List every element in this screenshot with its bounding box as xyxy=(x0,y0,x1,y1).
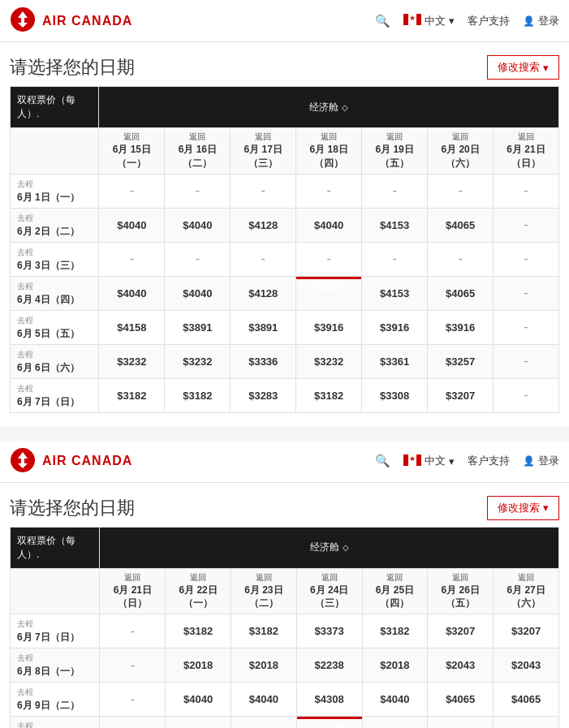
price-cell-r3-c2[interactable]: $4128 xyxy=(231,276,296,310)
price-cell-r3-c5[interactable]: $4065 xyxy=(428,276,494,310)
price-cell-r6-c1[interactable]: $3182 xyxy=(165,378,231,412)
row-header-5: 去程 6月 6日（六） xyxy=(11,344,99,378)
logo-icon[interactable] xyxy=(10,6,36,35)
price-cell-r1-c2[interactable]: $2018 xyxy=(231,648,296,683)
price-cell-r1-c0[interactable]: $4040 xyxy=(99,208,165,242)
support-link[interactable]: 客户支持 xyxy=(468,454,510,468)
price-cell-r1-c1[interactable]: $2018 xyxy=(166,648,231,683)
svg-rect-6 xyxy=(416,14,421,25)
col-header-6: 返回 6月 27日（六） xyxy=(494,568,559,614)
table-header-label: 双程票价（每人）. xyxy=(11,87,99,128)
price-cell-r0-c3[interactable]: $3373 xyxy=(296,614,362,648)
price-cell-r5-c2[interactable]: $3336 xyxy=(231,344,296,378)
search-icon[interactable]: 🔍 xyxy=(375,14,390,28)
price-cell-r4-c4[interactable]: $3916 xyxy=(362,310,428,344)
price-cell-r3-c4[interactable]: $2018 xyxy=(362,717,428,728)
col-header-3: 返回 6月 18日（四） xyxy=(296,128,362,174)
price-cell-r1-c5[interactable]: $2043 xyxy=(428,648,494,683)
col-header-2: 返回 6月 17日（三） xyxy=(231,128,296,174)
price-cell-r4-c6: - xyxy=(494,310,559,344)
price-cell-r3-c0[interactable]: $4040 xyxy=(99,276,165,310)
price-cell-r4-c1[interactable]: $3891 xyxy=(165,310,231,344)
empty-corner xyxy=(11,568,100,614)
page-header: 请选择您的日期 修改搜索 ▾ xyxy=(0,483,569,527)
col-header-5: 返回 6月 26日（五） xyxy=(428,568,494,614)
table-row: 去程 6月 9日（二） -$4040$4040$4308$4040$4065$4… xyxy=(11,683,559,717)
price-cell-r0-c0: - xyxy=(99,174,165,208)
price-table-container: 双程票价（每人）. 经济舱 ◇ 返回 6月 15日（一） 返回 6月 xyxy=(0,86,569,426)
price-cell-r6-c5[interactable]: $3207 xyxy=(428,378,494,412)
price-cell-r0-c6[interactable]: $3207 xyxy=(494,614,559,648)
price-cell-r3-c3[interactable]: $223814天 xyxy=(296,717,362,728)
price-cell-r0-c1: - xyxy=(165,174,231,208)
price-cell-r5-c3[interactable]: $3232 xyxy=(296,344,362,378)
table-header-label: 双程票价（每人）. xyxy=(11,527,100,568)
economy-diamond-icon: ◇ xyxy=(342,103,348,112)
lang-chevron-icon: ▾ xyxy=(449,15,455,27)
price-cell-r3-c4[interactable]: $4153 xyxy=(362,276,428,310)
brand-name: AIR CANADA xyxy=(42,14,132,28)
price-cell-r1-c5[interactable]: $4065 xyxy=(428,208,494,242)
price-cell-r5-c0[interactable]: $3232 xyxy=(99,344,165,378)
price-cell-r3-c1[interactable]: $2018 xyxy=(166,717,231,728)
price-cell-r0-c2: - xyxy=(231,174,296,208)
price-cell-r6-c3[interactable]: $3182 xyxy=(296,378,362,412)
login-link[interactable]: 👤 登录 xyxy=(523,14,559,28)
price-cell-r5-c5[interactable]: $3257 xyxy=(428,344,494,378)
price-cell-r4-c0[interactable]: $4158 xyxy=(99,310,165,344)
price-cell-r2-c3[interactable]: $4308 xyxy=(296,683,362,717)
col-header-1: 返回 6月 22日（一） xyxy=(166,568,231,614)
price-table: 双程票价（每人）. 经济舱 ◇ 返回 6月 21日（日） 返回 6月 xyxy=(10,527,559,728)
header-left: AIR CANADA xyxy=(10,6,132,35)
col-header-row: 返回 6月 15日（一） 返回 6月 16日（二） 返回 6月 17日（三） 返… xyxy=(11,128,559,174)
lang-selector[interactable]: 中文 ▾ xyxy=(403,454,455,468)
price-cell-r1-c4[interactable]: $2018 xyxy=(362,648,428,683)
price-cell-r3-c6[interactable]: $2043 xyxy=(494,717,559,728)
price-cell-r4-c5[interactable]: $3916 xyxy=(428,310,494,344)
price-cell-r4-c2[interactable]: $3891 xyxy=(231,310,296,344)
search-icon[interactable]: 🔍 xyxy=(375,454,390,468)
modify-search-button[interactable]: 修改搜索 ▾ xyxy=(487,55,559,80)
lang-selector[interactable]: 中文 ▾ xyxy=(403,14,455,28)
price-cell-r6-c0[interactable]: $3182 xyxy=(99,378,165,412)
login-link[interactable]: 👤 登录 xyxy=(523,454,559,468)
price-cell-r2-c1[interactable]: $4040 xyxy=(166,683,231,717)
price-cell-r2-c6[interactable]: $4065 xyxy=(494,683,559,717)
lang-label: 中文 xyxy=(425,14,446,28)
page-title: 请选择您的日期 xyxy=(10,55,135,80)
price-cell-r4-c3[interactable]: $3916 xyxy=(296,310,362,344)
price-cell-r1-c4[interactable]: $4153 xyxy=(362,208,428,242)
col-header-4: 返回 6月 25日（四） xyxy=(362,568,428,614)
price-cell-r1-c2[interactable]: $4128 xyxy=(231,208,296,242)
price-cell-r3-c3[interactable]: $404014天 xyxy=(296,276,362,310)
page-title: 请选择您的日期 xyxy=(10,496,135,520)
lang-chevron-icon: ▾ xyxy=(449,455,455,467)
header-right: 🔍 中文 ▾ 客户支持 👤 登录 xyxy=(375,14,559,28)
price-cell-r5-c4[interactable]: $3361 xyxy=(362,344,428,378)
price-cell-r0-c1[interactable]: $3182 xyxy=(166,614,231,648)
logo-icon[interactable] xyxy=(10,447,36,476)
price-table-container: 双程票价（每人）. 经济舱 ◇ 返回 6月 21日（日） 返回 6月 xyxy=(0,527,569,728)
price-cell-r0-c5[interactable]: $3207 xyxy=(428,614,494,648)
price-cell-r5-c1[interactable]: $3232 xyxy=(165,344,231,378)
price-cell-r0-c4[interactable]: $3182 xyxy=(362,614,428,648)
price-cell-r1-c6[interactable]: $2043 xyxy=(494,648,559,683)
price-cell-r3-c2[interactable]: $2018 xyxy=(231,717,296,728)
price-cell-r1-c1[interactable]: $4040 xyxy=(165,208,231,242)
support-link[interactable]: 客户支持 xyxy=(468,14,510,28)
price-cell-r2-c4[interactable]: $4040 xyxy=(362,683,428,717)
price-cell-r2-c2[interactable]: $4040 xyxy=(231,683,296,717)
price-cell-r0-c2[interactable]: $3182 xyxy=(231,614,296,648)
price-cell-r1-c3[interactable]: $2238 xyxy=(296,648,362,683)
modify-search-button[interactable]: 修改搜索 ▾ xyxy=(487,496,559,520)
table-row: 去程 6月 3日（三） ------- xyxy=(11,242,559,276)
price-cell-r6-c4[interactable]: $3308 xyxy=(362,378,428,412)
price-cell-r6-c2[interactable]: $3283 xyxy=(231,378,296,412)
price-cell-r3-c5[interactable]: $2043 xyxy=(428,717,494,728)
price-cell-r2-c0: - xyxy=(100,683,166,717)
table-row: 去程 6月 6日（六） $3232$3232$3336$3232$3361$32… xyxy=(11,344,559,378)
price-cell-r1-c3[interactable]: $4040 xyxy=(296,208,362,242)
price-cell-r2-c5[interactable]: $4065 xyxy=(428,683,494,717)
chevron-down-icon: ▾ xyxy=(543,502,549,514)
price-cell-r3-c1[interactable]: $4040 xyxy=(165,276,231,310)
